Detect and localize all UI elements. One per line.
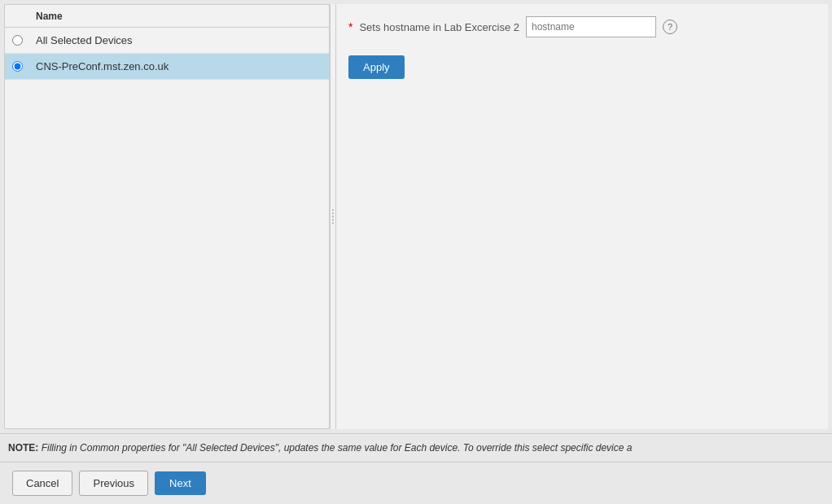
main-container: Name All Selected Devices CNS-PreConf.ms…: [0, 0, 832, 504]
next-button[interactable]: Next: [155, 471, 206, 495]
device-row-cns[interactable]: CNS-PreConf.mst.zen.co.uk: [5, 54, 329, 80]
device-row-all[interactable]: All Selected Devices: [5, 28, 329, 54]
radio-col-all[interactable]: [5, 35, 29, 46]
divider-dot-2: [332, 213, 334, 214]
panel-divider: [330, 4, 336, 429]
note-text: Filling in Common properties for "All Se…: [42, 442, 633, 454]
table-header: Name: [5, 5, 329, 28]
radio-col-cns[interactable]: [5, 61, 29, 72]
footer: Cancel Previous Next: [0, 462, 832, 504]
hostname-input[interactable]: [526, 16, 656, 37]
note-prefix: NOTE:: [8, 442, 38, 454]
divider-handle: [332, 209, 334, 224]
device-name-cns: CNS-PreConf.mst.zen.co.uk: [29, 60, 329, 72]
hostname-form-row: * Sets hostname in Lab Excercise 2 ?: [348, 16, 816, 37]
content-area: Name All Selected Devices CNS-PreConf.ms…: [0, 0, 832, 433]
required-star: *: [348, 20, 353, 33]
apply-button[interactable]: Apply: [348, 55, 405, 79]
divider-dot-3: [332, 216, 334, 217]
device-panel: Name All Selected Devices CNS-PreConf.ms…: [4, 4, 330, 429]
radio-all[interactable]: [12, 35, 23, 46]
cancel-button[interactable]: Cancel: [12, 471, 72, 496]
divider-dot-5: [332, 222, 334, 224]
radio-cns[interactable]: [12, 61, 23, 72]
properties-panel: * Sets hostname in Lab Excercise 2 ? App…: [336, 4, 828, 429]
note-section: NOTE: Filling in Common properties for "…: [0, 433, 832, 462]
divider-dot-4: [332, 219, 334, 221]
previous-button[interactable]: Previous: [79, 471, 148, 496]
device-name-all: All Selected Devices: [29, 34, 329, 46]
device-list: All Selected Devices CNS-PreConf.mst.zen…: [5, 28, 329, 428]
help-icon[interactable]: ?: [663, 20, 677, 34]
hostname-label: Sets hostname in Lab Excercise 2: [359, 21, 519, 33]
divider-dot-1: [332, 209, 334, 211]
name-column-header: Name: [29, 11, 329, 22]
